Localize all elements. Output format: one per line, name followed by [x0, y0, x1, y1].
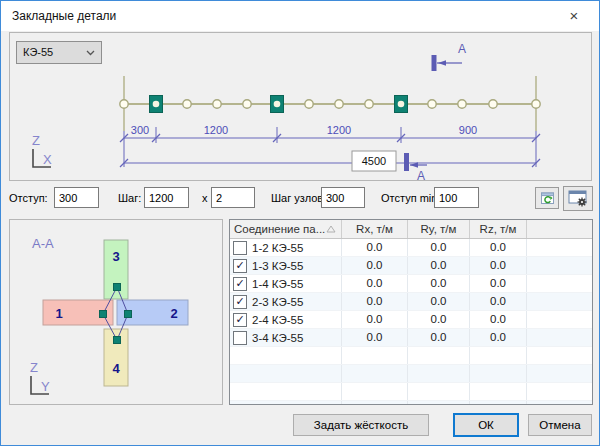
ry-value: 0.0	[408, 311, 470, 328]
connections-table: Соединение па... Rx, т/м Ry, т/м Rz, т/м…	[229, 219, 593, 405]
svg-text:Z: Z	[30, 360, 38, 375]
axis-indicator-zx: Z X	[32, 133, 52, 167]
rx-value: 0.0	[342, 275, 408, 292]
rz-value: 0.0	[470, 311, 527, 328]
dimension-ticks	[120, 134, 540, 167]
connection-name: 2-3 КЭ-55	[252, 294, 303, 310]
ry-value: 0.0	[408, 239, 470, 256]
dimension-labels: 300 1200 1200 900	[131, 124, 477, 136]
ry-value: 0.0	[408, 293, 470, 310]
column-header-rz[interactable]: Rz, т/м	[470, 220, 527, 238]
connection-name: 3-4 КЭ-55	[252, 330, 303, 346]
section-view-panel: A-A 3 1 2 4 Z	[9, 219, 223, 405]
svg-text:2: 2	[170, 306, 177, 321]
set-stiffness-button[interactable]: Задать жёсткость	[293, 414, 429, 436]
row-checkbox[interactable]: ✓	[233, 259, 247, 273]
sort-ascending-icon	[326, 225, 336, 233]
beam-drawing-panel: КЭ-55	[9, 32, 592, 181]
refresh-icon	[540, 191, 555, 206]
rx-value: 0.0	[342, 329, 408, 346]
empty-row	[230, 383, 592, 401]
window-gear-icon	[568, 190, 589, 207]
row-checkbox[interactable]	[233, 241, 247, 255]
table-row[interactable]: 1-2 КЭ-55 0.0 0.0 0.0	[230, 239, 592, 257]
svg-text:A: A	[458, 42, 466, 56]
rz-value: 0.0	[470, 257, 527, 274]
rx-value: 0.0	[342, 239, 408, 256]
multiplier-label: x	[202, 192, 208, 204]
offset-label: Отступ:	[9, 192, 48, 204]
empty-row	[230, 365, 592, 383]
offset-min-input[interactable]	[434, 187, 479, 208]
rz-value: 0.0	[470, 293, 527, 310]
node-step-label: Шаг узлов:	[271, 192, 326, 204]
svg-text:3: 3	[112, 249, 119, 264]
dialog-window: Закладные детали × КЭ-55	[0, 0, 600, 446]
row-checkbox[interactable]: ✓	[233, 277, 247, 291]
column-header-rx[interactable]: Rx, т/м	[342, 220, 408, 238]
ry-value: 0.0	[408, 275, 470, 292]
column-header-connection[interactable]: Соединение па...	[230, 220, 342, 238]
column-header-ry[interactable]: Ry, т/м	[408, 220, 470, 238]
svg-text:1200: 1200	[327, 124, 351, 136]
close-icon[interactable]: ×	[561, 5, 587, 27]
section-marker-top: A	[432, 42, 467, 71]
connection-name: 1-4 КЭ-55	[252, 276, 303, 292]
cancel-button[interactable]: Отмена	[528, 414, 592, 436]
empty-row	[230, 347, 592, 365]
connection-name: 1-3 КЭ-55	[252, 258, 303, 274]
row-checkbox[interactable]: ✓	[233, 313, 247, 327]
row-checkbox[interactable]: ✓	[233, 295, 247, 309]
ry-value: 0.0	[408, 329, 470, 346]
step-label: Шаг:	[118, 192, 141, 204]
total-length-field[interactable]: 4500	[352, 151, 396, 171]
table-row[interactable]: 3-4 КЭ-55 0.0 0.0 0.0	[230, 329, 592, 347]
dialog-title: Закладные детали	[12, 9, 116, 23]
table-row[interactable]: ✓1-3 КЭ-55 0.0 0.0 0.0	[230, 257, 592, 275]
section-view: A-A 3 1 2 4 Z	[10, 220, 222, 404]
section-view-label: A-A	[32, 236, 54, 251]
settings-button[interactable]	[563, 186, 593, 211]
empty-row	[230, 401, 592, 405]
offset-min-label: Отступ min:	[381, 192, 440, 204]
beam-drawing: A 300 120	[10, 33, 591, 180]
svg-text:A: A	[417, 169, 425, 180]
refresh-button[interactable]	[535, 187, 559, 209]
rx-value: 0.0	[342, 311, 408, 328]
svg-text:X: X	[43, 152, 52, 167]
table-row[interactable]: ✓2-3 КЭ-55 0.0 0.0 0.0	[230, 293, 592, 311]
svg-text:300: 300	[131, 124, 149, 136]
rz-value: 0.0	[470, 275, 527, 292]
svg-text:4500: 4500	[362, 155, 386, 167]
svg-text:1200: 1200	[204, 124, 228, 136]
ok-button[interactable]: ОК	[453, 413, 519, 437]
axis-indicator-zy: Z Y	[30, 360, 50, 394]
svg-text:Z: Z	[32, 133, 40, 148]
rz-value: 0.0	[470, 329, 527, 346]
table-header: Соединение па... Rx, т/м Ry, т/м Rz, т/м	[230, 220, 592, 239]
section-marker-bottom: A	[404, 153, 427, 180]
ry-value: 0.0	[408, 257, 470, 274]
column-header-empty	[527, 220, 592, 238]
connection-name: 2-4 КЭ-55	[252, 312, 303, 328]
step-input[interactable]	[144, 187, 189, 208]
svg-text:4: 4	[112, 361, 120, 376]
titlebar: Закладные детали ×	[1, 1, 599, 31]
table-row[interactable]: ✓2-4 КЭ-55 0.0 0.0 0.0	[230, 311, 592, 329]
node-step-input[interactable]	[321, 187, 365, 208]
rx-value: 0.0	[342, 293, 408, 310]
svg-text:Y: Y	[41, 379, 50, 394]
svg-text:1: 1	[55, 306, 62, 321]
row-checkbox[interactable]	[233, 331, 247, 345]
svg-text:900: 900	[459, 124, 477, 136]
connection-name: 1-2 КЭ-55	[252, 240, 303, 256]
step-count-input[interactable]	[211, 187, 255, 208]
rz-value: 0.0	[470, 239, 527, 256]
rx-value: 0.0	[342, 257, 408, 274]
table-row[interactable]: ✓1-4 КЭ-55 0.0 0.0 0.0	[230, 275, 592, 293]
table-body: 1-2 КЭ-55 0.0 0.0 0.0 ✓1-3 КЭ-55 0.0 0.0…	[230, 239, 592, 405]
offset-input[interactable]	[54, 187, 99, 208]
